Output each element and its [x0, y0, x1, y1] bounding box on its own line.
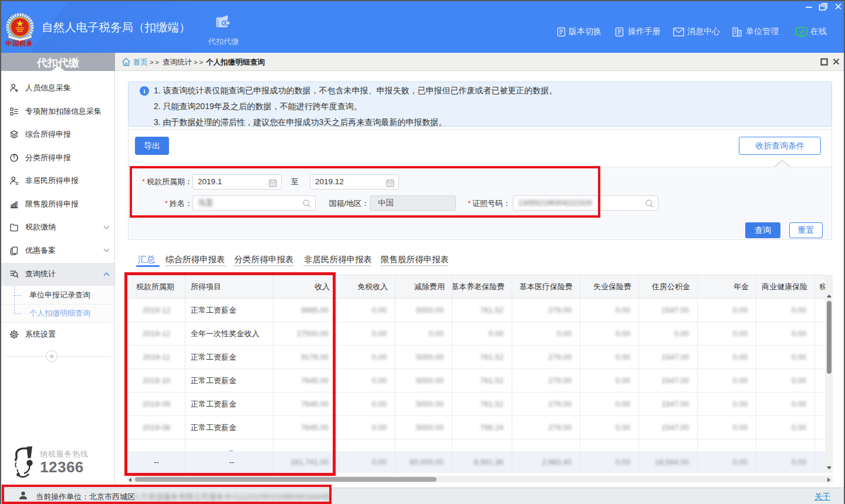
svg-text:中国税务: 中国税务: [5, 40, 33, 47]
